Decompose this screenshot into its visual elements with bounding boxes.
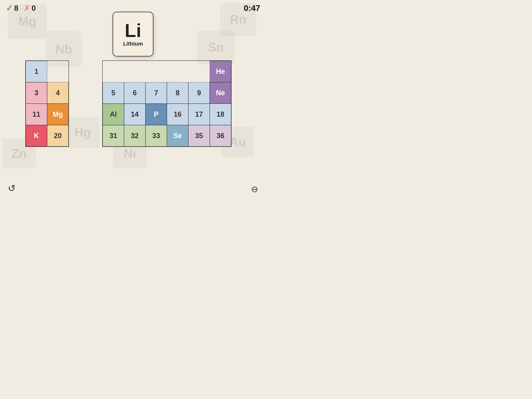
cell-11[interactable]: 11: [26, 104, 47, 125]
featured-element-card[interactable]: Li Lithium: [113, 12, 153, 57]
cell-17[interactable]: 17: [188, 104, 210, 125]
cell-32[interactable]: 32: [124, 125, 146, 147]
undo-button[interactable]: ↺: [8, 183, 16, 194]
cell-16[interactable]: 16: [167, 104, 188, 125]
correct-score: ✓ 8: [6, 4, 18, 13]
timer: 0:47: [244, 4, 260, 13]
cell-18[interactable]: 18: [210, 104, 231, 125]
incorrect-count: 0: [32, 4, 36, 13]
cell-9[interactable]: 9: [188, 82, 210, 104]
cell-4[interactable]: 4: [47, 82, 69, 104]
right-empty-r1c1: [103, 61, 124, 82]
cell-empty-top-right: [47, 61, 69, 82]
cell-Mg[interactable]: Mg: [47, 104, 69, 125]
cell-31[interactable]: 31: [103, 125, 124, 147]
zoom-out-button[interactable]: ⊖: [251, 184, 258, 194]
cell-Al[interactable]: Al: [103, 104, 124, 125]
cell-Se[interactable]: Se: [167, 125, 188, 147]
cross-icon: ✗: [24, 4, 30, 13]
right-empty-r1c5: [188, 61, 210, 82]
check-icon: ✓: [6, 4, 13, 13]
cell-5[interactable]: 5: [103, 82, 124, 104]
cell-6[interactable]: 6: [124, 82, 146, 104]
right-empty-r1c2: [124, 61, 146, 82]
featured-name: Lithium: [123, 41, 143, 47]
cell-36[interactable]: 36: [210, 125, 231, 147]
cell-20[interactable]: 20: [47, 125, 69, 147]
left-periodic-table: 1 3 4 11 Mg K 20: [25, 60, 69, 147]
cell-14[interactable]: 14: [124, 104, 146, 125]
correct-count: 8: [14, 4, 18, 13]
bg-Hg: Hg: [66, 117, 99, 148]
cell-Ne[interactable]: Ne: [210, 82, 231, 104]
right-periodic-table: He 5 6 7 8 9 Ne Al 14 P 16 17 18 31 32 3…: [102, 60, 232, 147]
cell-3[interactable]: 3: [26, 82, 47, 104]
cell-1[interactable]: 1: [26, 61, 47, 82]
cell-33[interactable]: 33: [146, 125, 167, 147]
cell-35[interactable]: 35: [188, 125, 210, 147]
bg-Sn: Sn: [197, 30, 235, 64]
featured-symbol: Li: [125, 21, 141, 40]
cell-K[interactable]: K: [26, 125, 47, 147]
score-bar: ✓ 8 ✗ 0: [6, 4, 36, 13]
cell-He[interactable]: He: [210, 61, 231, 82]
cell-7[interactable]: 7: [146, 82, 167, 104]
cell-8[interactable]: 8: [167, 82, 188, 104]
cell-P[interactable]: P: [146, 104, 167, 125]
right-empty-r1c4: [167, 61, 188, 82]
right-empty-r1c3: [146, 61, 167, 82]
incorrect-score: ✗ 0: [24, 4, 36, 13]
